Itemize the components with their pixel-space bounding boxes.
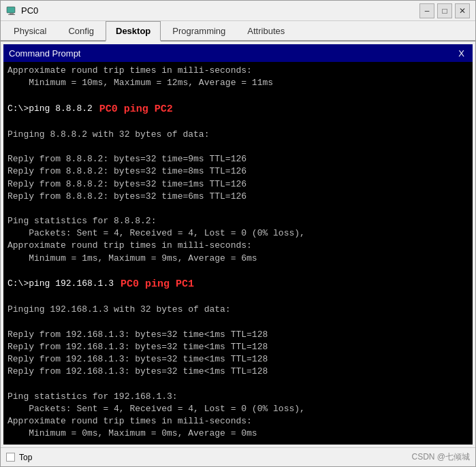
cmd-ping-pc2-row: C:\>ping 8.8.8.2 PC0 ping PC2: [7, 102, 469, 116]
window-title: PC0: [21, 5, 38, 16]
cmd-line: Minimum = 10ms, Maximum = 12ms, Average …: [7, 77, 469, 89]
annotation-ping-pc1: PC0 ping PC1: [121, 277, 194, 291]
cmd-ping-pc1-row: C:\>ping 192.168.1.3 PC0 ping PC1: [7, 277, 469, 291]
computer-icon: [6, 5, 17, 16]
cmd-line: [7, 265, 469, 277]
cmd-line: Reply from 8.8.8.2: bytes=32 time=6ms TT…: [7, 191, 469, 203]
cmd-line: Approximate round trip times in milli-se…: [7, 65, 469, 77]
watermark: CSDN @七倾城: [411, 451, 470, 463]
cmd-title-bar: Command Prompt X: [3, 44, 473, 62]
cmd-line: [7, 378, 469, 390]
annotation-ping-pc2: PC0 ping PC2: [99, 102, 173, 116]
cmd-line: Approximate round trip times in milli-se…: [7, 240, 469, 252]
cmd-line: Ping statistics for 8.8.8.2:: [7, 215, 469, 227]
cmd-body: Approximate round trip times in milli-se…: [3, 62, 473, 445]
title-bar: PC0 – □ ✕: [1, 1, 475, 21]
cmd-line: [7, 141, 469, 153]
cmd-line: Reply from 8.8.8.2: bytes=32 time=9ms TT…: [7, 153, 469, 165]
cmd-line: [7, 316, 469, 328]
cmd-title-label: Command Prompt: [9, 48, 80, 59]
cmd-line: [7, 203, 469, 215]
bottom-left: Top: [6, 453, 32, 462]
title-bar-left: PC0: [6, 5, 38, 16]
cmd-line: Pinging 8.8.8.2 with 32 bytes of data:: [7, 129, 469, 141]
tab-physical[interactable]: Physical: [3, 21, 57, 40]
tab-attributes[interactable]: Attributes: [237, 21, 295, 40]
cmd-line: [7, 440, 469, 445]
minimize-button[interactable]: –: [419, 3, 434, 18]
cmd-line: [7, 116, 469, 129]
main-window: PC0 – □ ✕ Physical Config Desktop Progra…: [0, 0, 476, 467]
cmd-line: Reply from 192.168.1.3: bytes=32 time<1m…: [7, 353, 469, 366]
tab-desktop[interactable]: Desktop: [106, 21, 161, 42]
cmd-line: Packets: Sent = 4, Received = 4, Lost = …: [7, 403, 469, 415]
top-label: Top: [19, 453, 32, 462]
cmd-container: Command Prompt X Approximate round trip …: [3, 44, 473, 445]
title-controls: – □ ✕: [419, 3, 470, 18]
cmd-line: [7, 291, 469, 304]
cmd-line: Reply from 192.168.1.3: bytes=32 time<1m…: [7, 329, 469, 341]
cmd-line: Reply from 8.8.8.2: bytes=32 time=1ms TT…: [7, 178, 469, 191]
cmd-content[interactable]: Approximate round trip times in milli-se…: [3, 62, 473, 445]
cmd-line: [7, 89, 469, 101]
cmd-line: Minimum = 0ms, Maximum = 0ms, Average = …: [7, 428, 469, 440]
bottom-bar: Top CSDN @七倾城: [1, 447, 475, 466]
cmd-line: Reply from 192.168.1.3: bytes=32 time<1m…: [7, 366, 469, 378]
cmd-line: Ping statistics for 192.168.1.3:: [7, 391, 469, 403]
cmd-line: Pinging 192.168.1.3 with 32 bytes of dat…: [7, 304, 469, 316]
svg-rect-2: [8, 14, 15, 15]
cmd-ping-pc1-cmd: C:\>ping 192.168.1.3: [7, 278, 114, 290]
svg-rect-1: [10, 13, 14, 14]
tab-bar: Physical Config Desktop Programming Attr…: [1, 21, 475, 42]
cmd-ping-pc2-cmd: C:\>ping 8.8.8.2: [7, 103, 93, 115]
close-button[interactable]: ✕: [455, 3, 470, 18]
cmd-line: Approximate round trip times in milli-se…: [7, 415, 469, 428]
cmd-line: Packets: Sent = 4, Received = 4, Lost = …: [7, 227, 469, 240]
tab-config[interactable]: Config: [58, 21, 104, 40]
cmd-line: Reply from 8.8.8.2: bytes=32 time=8ms TT…: [7, 165, 469, 178]
cmd-close-button[interactable]: X: [456, 48, 467, 59]
maximize-button[interactable]: □: [437, 3, 452, 18]
cmd-line: Reply from 192.168.1.3: bytes=32 time<1m…: [7, 341, 469, 353]
top-checkbox[interactable]: [6, 453, 15, 462]
cmd-line: Minimum = 1ms, Maximum = 9ms, Average = …: [7, 253, 469, 265]
svg-rect-0: [7, 7, 15, 13]
tab-programming[interactable]: Programming: [162, 21, 236, 40]
